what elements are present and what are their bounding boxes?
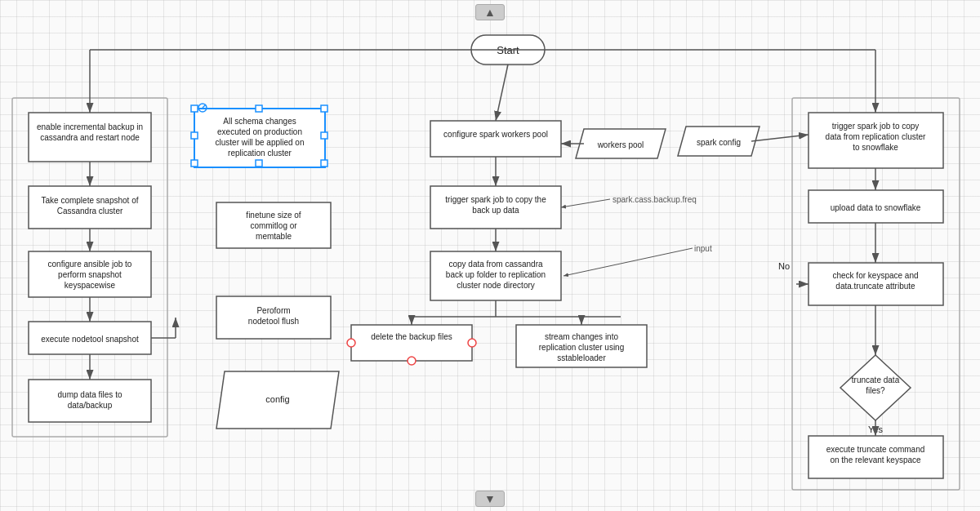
chevron-up-icon: ▲ xyxy=(484,6,496,19)
svg-text:Cassandra cluster: Cassandra cluster xyxy=(57,207,123,216)
svg-text:replication cluster using: replication cluster using xyxy=(539,343,625,352)
svg-text:dump data files to: dump data files to xyxy=(58,390,122,399)
svg-text:Take complete snapshot of: Take complete snapshot of xyxy=(42,196,139,205)
svg-text:data from replication cluster: data from replication cluster xyxy=(826,132,927,141)
svg-marker-53 xyxy=(678,127,760,156)
svg-rect-104 xyxy=(792,98,960,490)
svg-text:All schema changes: All schema changes xyxy=(223,117,296,126)
svg-text:data/backup: data/backup xyxy=(68,401,113,410)
svg-text:Peroform: Peroform xyxy=(256,306,290,315)
svg-point-75 xyxy=(468,339,476,347)
svg-text:workers pool: workers pool xyxy=(597,140,644,149)
svg-point-76 xyxy=(408,357,416,365)
svg-text:upload data to snowflake: upload data to snowflake xyxy=(831,203,921,212)
svg-text:cassandra and restart node: cassandra and restart node xyxy=(40,133,140,142)
svg-text:commitlog or: commitlog or xyxy=(250,221,297,230)
svg-line-105 xyxy=(751,135,808,141)
svg-text:data.truncate attribute: data.truncate attribute xyxy=(835,282,915,291)
arrows-overlay: Start enable incremental backup in cassa… xyxy=(0,0,980,511)
svg-text:delete the backup files: delete the backup files xyxy=(371,332,452,341)
scroll-down-button[interactable]: ▼ xyxy=(475,491,505,507)
svg-point-34 xyxy=(198,104,207,112)
svg-text:nodetool flush: nodetool flush xyxy=(248,317,299,326)
svg-text:spark.cass.backup.freq: spark.cass.backup.freq xyxy=(612,195,697,204)
svg-marker-96 xyxy=(840,355,911,420)
svg-text:replication cluster: replication cluster xyxy=(228,149,292,158)
svg-rect-57 xyxy=(430,186,561,229)
svg-rect-30 xyxy=(256,105,262,112)
svg-marker-47 xyxy=(216,371,339,429)
svg-rect-32 xyxy=(191,132,198,139)
svg-text:perform snapshot: perform snapshot xyxy=(58,270,122,279)
svg-text:input: input xyxy=(694,244,712,253)
svg-rect-63 xyxy=(430,251,561,300)
svg-text:Start: Start xyxy=(497,44,519,56)
chevron-down-icon: ▼ xyxy=(484,492,496,505)
svg-text:config: config xyxy=(265,394,289,404)
svg-rect-28 xyxy=(191,160,198,167)
svg-rect-92 xyxy=(808,263,943,305)
svg-point-74 xyxy=(347,339,355,347)
svg-text:enable incremental backup in: enable incremental backup in xyxy=(37,122,143,131)
svg-text:on the relevant keyspace: on the relevant keyspace xyxy=(830,455,921,464)
svg-rect-25 xyxy=(194,109,325,167)
svg-text:files?: files? xyxy=(866,386,885,395)
svg-rect-27 xyxy=(321,105,327,112)
svg-text:memtable: memtable xyxy=(256,232,292,241)
svg-rect-31 xyxy=(256,160,262,167)
svg-text:to snowflake: to snowflake xyxy=(853,143,898,152)
svg-text:check for keyspace and: check for keyspace and xyxy=(832,271,918,280)
svg-rect-40 xyxy=(216,202,331,248)
svg-text:copy data from cassandra: copy data from cassandra xyxy=(448,260,542,269)
svg-rect-101 xyxy=(808,436,943,478)
svg-text:sstableloader: sstableloader xyxy=(557,353,606,362)
svg-text:cluster will be applied on: cluster will be applied on xyxy=(216,138,305,147)
svg-text:execute truncate command: execute truncate command xyxy=(826,445,925,454)
svg-marker-51 xyxy=(576,129,666,158)
svg-text:No: No xyxy=(778,261,790,271)
flowchart-canvas[interactable]: Start enable incremental backup in cassa… xyxy=(0,0,980,511)
svg-text:stream changes into: stream changes into xyxy=(545,332,618,341)
svg-text:truncate data: truncate data xyxy=(852,375,900,384)
svg-rect-87 xyxy=(808,190,943,223)
svg-rect-18 xyxy=(29,322,151,354)
svg-line-61 xyxy=(561,199,610,207)
svg-rect-9 xyxy=(29,186,151,229)
svg-text:configure spark workers pool: configure spark workers pool xyxy=(443,130,548,139)
svg-text:finetune size of: finetune size of xyxy=(246,211,301,220)
scroll-up-button[interactable]: ▲ xyxy=(475,4,505,20)
svg-rect-24 xyxy=(12,98,167,437)
svg-rect-26 xyxy=(191,105,198,112)
svg-text:execute nodetool snapshot: execute nodetool snapshot xyxy=(41,335,139,344)
svg-text:keyspacewise: keyspacewise xyxy=(65,281,116,290)
svg-rect-73 xyxy=(351,325,472,361)
svg-rect-5 xyxy=(29,113,151,162)
svg-rect-29 xyxy=(321,160,327,167)
svg-text:trigger spark job to copy: trigger spark job to copy xyxy=(832,122,920,131)
svg-line-35 xyxy=(203,104,206,108)
svg-text:Yes: Yes xyxy=(868,424,883,434)
svg-text:executed on production: executed on production xyxy=(217,127,302,136)
svg-line-4 xyxy=(496,64,508,121)
svg-text:spark config: spark config xyxy=(697,138,741,147)
svg-text:configure ansible job to: configure ansible job to xyxy=(48,260,132,269)
svg-rect-49 xyxy=(430,121,561,157)
svg-text:back up data: back up data xyxy=(472,206,519,215)
svg-text:cluster node directory: cluster node directory xyxy=(457,281,535,290)
svg-line-68 xyxy=(564,248,693,276)
svg-rect-44 xyxy=(216,296,331,339)
svg-rect-13 xyxy=(29,251,151,297)
svg-rect-21 xyxy=(29,380,151,422)
svg-rect-2 xyxy=(471,35,545,64)
svg-rect-33 xyxy=(321,132,327,139)
svg-text:back up folder to replication: back up folder to replication xyxy=(446,270,546,279)
svg-rect-78 xyxy=(516,325,647,367)
svg-rect-82 xyxy=(808,113,943,168)
svg-text:trigger spark job to copy the: trigger spark job to copy the xyxy=(445,195,546,204)
